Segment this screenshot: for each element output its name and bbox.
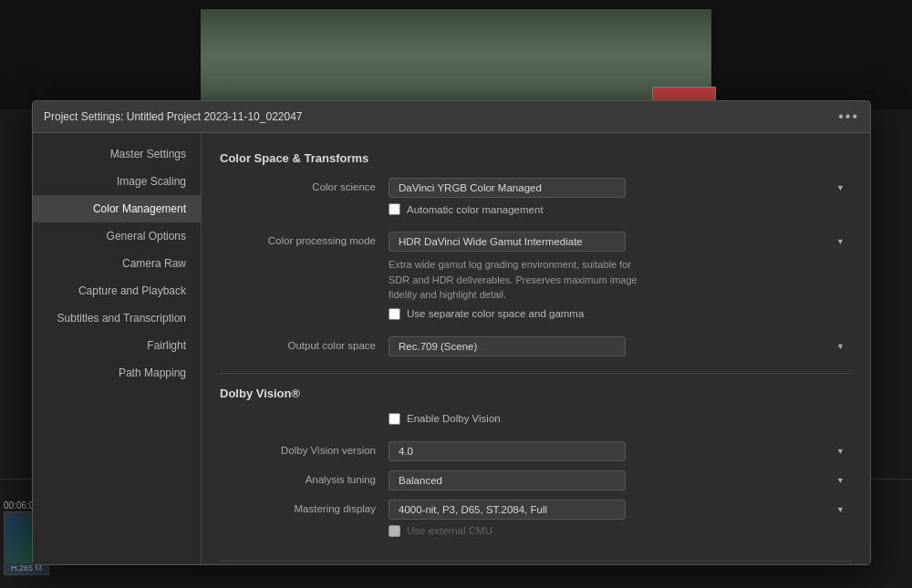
section-divider-1 bbox=[220, 373, 852, 374]
use-separate-checkbox[interactable] bbox=[389, 308, 400, 320]
use-separate-label: Use separate color space and gamma bbox=[407, 308, 584, 319]
analysis-tuning-dropdown-wrapper: BalancedCreativeDistribution bbox=[389, 470, 852, 490]
sidebar-item-camera-raw[interactable]: Camera Raw bbox=[33, 250, 201, 277]
dolby-version-control: 4.02.9 bbox=[389, 441, 852, 461]
dolby-vision-header: Dolby Vision® bbox=[220, 387, 852, 400]
auto-color-checkbox[interactable] bbox=[389, 203, 400, 215]
enable-dolby-row: Enable Dolby Vision bbox=[220, 413, 852, 432]
color-processing-label: Color processing mode bbox=[220, 232, 389, 246]
enable-dolby-control: Enable Dolby Vision bbox=[389, 413, 852, 432]
enable-dolby-label-spacer bbox=[220, 413, 389, 417]
sidebar-item-master-settings[interactable]: Master Settings bbox=[33, 140, 201, 168]
color-science-control: DaVinci YRGB Color ManagedDaVinci YRGBDa… bbox=[389, 178, 852, 222]
sidebar-item-image-scaling[interactable]: Image Scaling bbox=[33, 168, 201, 195]
color-processing-row: Color processing mode HDR DaVinci Wide G… bbox=[220, 232, 852, 327]
dialog-titlebar: Project Settings: Untitled Project 2023-… bbox=[33, 101, 870, 133]
analysis-tuning-label: Analysis tuning bbox=[220, 470, 389, 485]
output-color-dropdown[interactable]: Rec.709 (Scene)Rec.709P3 D65Rec.2020 bbox=[389, 336, 626, 356]
analysis-tuning-row: Analysis tuning BalancedCreativeDistribu… bbox=[220, 470, 852, 490]
enable-dolby-checkbox[interactable] bbox=[389, 413, 400, 425]
auto-color-label: Automatic color management bbox=[407, 204, 544, 215]
external-cmu-row: Use external CMU bbox=[389, 525, 852, 537]
sidebar-item-color-management[interactable]: Color Management bbox=[33, 195, 201, 222]
project-settings-dialog: Project Settings: Untitled Project 2023-… bbox=[32, 100, 871, 565]
color-processing-dropdown-wrapper: HDR DaVinci Wide Gamut IntermediateDaVin… bbox=[389, 232, 852, 252]
sidebar-item-fairlight[interactable]: Fairlight bbox=[33, 332, 201, 359]
color-science-dropdown-wrapper: DaVinci YRGB Color ManagedDaVinci YRGBDa… bbox=[389, 178, 852, 198]
sidebar-nav: Master Settings Image Scaling Color Mana… bbox=[33, 133, 202, 564]
mastering-display-control: 4000-nit, P3, D65, ST.2084, Full1000-nit… bbox=[389, 500, 852, 544]
dolby-version-dropdown-wrapper: 4.02.9 bbox=[389, 441, 852, 461]
external-cmu-label: Use external CMU bbox=[407, 525, 492, 536]
dolby-vision-section: Dolby Vision® Enable Dolby Vision Dolby … bbox=[220, 387, 852, 544]
dolby-version-dropdown[interactable]: 4.02.9 bbox=[389, 441, 626, 461]
color-science-row: Color science DaVinci YRGB Color Managed… bbox=[220, 178, 852, 222]
mastering-display-dropdown-wrapper: 4000-nit, P3, D65, ST.2084, Full1000-nit… bbox=[389, 500, 852, 520]
section-divider-2 bbox=[220, 561, 852, 562]
sidebar-item-general-options[interactable]: General Options bbox=[33, 222, 201, 250]
color-processing-dropdown[interactable]: HDR DaVinci Wide Gamut IntermediateDaVin… bbox=[389, 232, 626, 252]
sidebar-item-subtitles[interactable]: Subtitles and Transcription bbox=[33, 304, 201, 332]
color-space-section: Color Space & Transforms Color science D… bbox=[220, 151, 852, 356]
main-content-area: Color Space & Transforms Color science D… bbox=[202, 133, 870, 564]
dialog-body: Master Settings Image Scaling Color Mana… bbox=[33, 133, 870, 564]
output-color-control: Rec.709 (Scene)Rec.709P3 D65Rec.2020 bbox=[389, 336, 852, 356]
color-processing-description: Extra wide gamut log grading environment… bbox=[389, 257, 644, 303]
background-top bbox=[0, 0, 912, 109]
dialog-menu-button[interactable]: ••• bbox=[838, 108, 859, 125]
output-color-label: Output color space bbox=[220, 336, 389, 351]
mastering-display-dropdown[interactable]: 4000-nit, P3, D65, ST.2084, Full1000-nit… bbox=[389, 500, 626, 520]
dialog-title: Project Settings: Untitled Project 2023-… bbox=[44, 110, 303, 123]
sidebar-item-capture-playback[interactable]: Capture and Playback bbox=[33, 277, 201, 304]
mastering-display-row: Mastering display 4000-nit, P3, D65, ST.… bbox=[220, 500, 852, 544]
external-cmu-checkbox[interactable] bbox=[389, 525, 400, 537]
analysis-tuning-control: BalancedCreativeDistribution bbox=[389, 470, 852, 490]
output-color-row: Output color space Rec.709 (Scene)Rec.70… bbox=[220, 336, 852, 356]
use-separate-row: Use separate color space and gamma bbox=[389, 308, 852, 320]
sidebar-item-path-mapping[interactable]: Path Mapping bbox=[33, 359, 201, 387]
analysis-tuning-dropdown[interactable]: BalancedCreativeDistribution bbox=[389, 470, 626, 490]
color-science-dropdown[interactable]: DaVinci YRGB Color ManagedDaVinci YRGBDa… bbox=[389, 178, 626, 198]
video-preview bbox=[201, 9, 711, 100]
color-science-label: Color science bbox=[220, 178, 389, 192]
dolby-version-label: Dolby Vision version bbox=[220, 441, 389, 456]
mastering-display-label: Mastering display bbox=[220, 500, 389, 514]
enable-dolby-label: Enable Dolby Vision bbox=[407, 413, 501, 424]
auto-color-row: Automatic color management bbox=[389, 203, 852, 215]
output-color-dropdown-wrapper: Rec.709 (Scene)Rec.709P3 D65Rec.2020 bbox=[389, 336, 852, 356]
enable-dolby-checkbox-row: Enable Dolby Vision bbox=[389, 413, 852, 425]
dolby-version-row: Dolby Vision version 4.02.9 bbox=[220, 441, 852, 461]
color-processing-control: HDR DaVinci Wide Gamut IntermediateDaVin… bbox=[389, 232, 852, 327]
color-space-header: Color Space & Transforms bbox=[220, 151, 852, 165]
